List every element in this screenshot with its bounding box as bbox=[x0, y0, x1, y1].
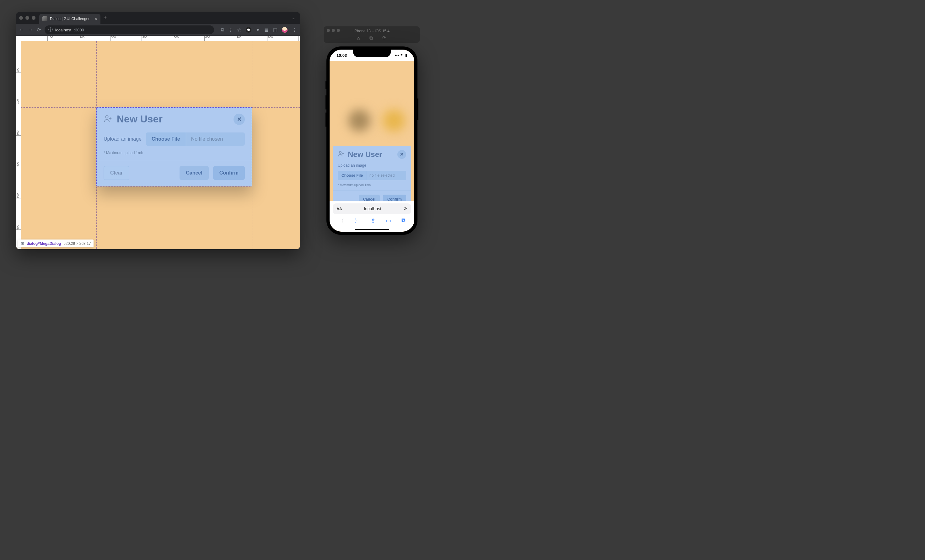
background-blob bbox=[383, 110, 405, 131]
menu-button[interactable]: ⋮ bbox=[292, 27, 297, 33]
phone-power-button bbox=[417, 98, 419, 120]
sim-home-icon[interactable]: ⌂ bbox=[357, 36, 360, 41]
horizontal-ruler: 100 200 300 400 500 600 700 800 900 bbox=[16, 36, 300, 41]
browser-window: Dialog | GUI Challenges × + ⌄ ← → ⟳ ⓘ lo… bbox=[16, 12, 300, 249]
home-indicator[interactable] bbox=[330, 227, 414, 232]
safari-forward-button[interactable]: 〉 bbox=[354, 217, 360, 225]
url-host: localhost bbox=[55, 28, 71, 32]
sim-close-button[interactable] bbox=[327, 29, 330, 32]
wifi-icon: ᯤ bbox=[400, 53, 404, 57]
ruler-tick: 500 bbox=[173, 36, 179, 41]
dialog-title: New User bbox=[117, 113, 163, 125]
upload-label: Upload an image bbox=[104, 136, 142, 142]
page-canvas: New User ✕ Upload an image Choose File N… bbox=[21, 41, 300, 249]
sim-rotate-icon[interactable]: ⟳ bbox=[382, 35, 386, 41]
ruler-tick: 200 bbox=[79, 36, 84, 41]
choose-file-button[interactable]: Choose File bbox=[338, 171, 367, 180]
phone-frame: 10:03 ••• ᯤ ▮ New User bbox=[327, 47, 417, 235]
extension-icon[interactable] bbox=[246, 27, 252, 33]
window-controls bbox=[19, 16, 35, 20]
dialog-body: Upload an image Choose File No file chos… bbox=[97, 129, 252, 161]
ruler-tick: 200 bbox=[16, 99, 21, 104]
ruler-tick: 700 bbox=[236, 36, 241, 41]
favicon-icon bbox=[42, 16, 47, 21]
mega-dialog-mobile: New User ✕ Upload an image Choose File n… bbox=[333, 146, 411, 201]
open-external-icon[interactable]: ⧉ bbox=[221, 27, 224, 33]
svg-point-0 bbox=[105, 116, 108, 118]
profile-avatar-icon[interactable] bbox=[282, 27, 288, 33]
ruler-tick: 300 bbox=[110, 36, 116, 41]
sim-minimize-button[interactable] bbox=[332, 29, 335, 32]
dialog-title: New User bbox=[348, 150, 382, 159]
file-status: no file selected bbox=[367, 171, 406, 180]
dialog-header: New User ✕ bbox=[97, 108, 252, 129]
dialog-body: Upload an image Choose File no file sele… bbox=[333, 161, 411, 191]
window-minimize-button[interactable] bbox=[26, 16, 29, 20]
browser-tab[interactable]: Dialog | GUI Challenges × bbox=[39, 14, 101, 24]
grid-icon: ⊞ bbox=[21, 241, 24, 246]
phone-screen: 10:03 ••• ᯤ ▮ New User bbox=[330, 50, 414, 232]
phone-time: 10:03 bbox=[336, 53, 347, 58]
phone-silence-switch bbox=[325, 81, 327, 89]
window-close-button[interactable] bbox=[19, 16, 23, 20]
add-user-icon bbox=[338, 151, 345, 158]
devtools-selector: dialog#MegaDialog bbox=[27, 241, 61, 246]
devtools-dimensions: 520.29 × 263.17 bbox=[63, 241, 91, 246]
safari-share-button[interactable]: ⇪ bbox=[371, 217, 375, 225]
bookmark-icon[interactable]: ☆ bbox=[237, 27, 241, 33]
dialog-footer: Cancel Confirm bbox=[333, 191, 411, 201]
phone-volume-up bbox=[325, 95, 327, 110]
back-button[interactable]: ← bbox=[19, 27, 24, 33]
close-icon: ✕ bbox=[400, 152, 404, 157]
add-user-icon bbox=[104, 114, 112, 124]
confirm-button[interactable]: Confirm bbox=[383, 195, 406, 201]
safari-tabs-button[interactable]: ⧉ bbox=[401, 217, 405, 225]
file-input[interactable]: Choose File no file selected bbox=[338, 171, 406, 180]
new-tab-button[interactable]: + bbox=[104, 15, 107, 21]
text-size-icon[interactable]: AA bbox=[336, 206, 342, 211]
site-info-icon[interactable]: ⓘ bbox=[48, 27, 53, 33]
safari-host: localhost bbox=[342, 206, 404, 211]
url-path: :3000 bbox=[74, 28, 84, 32]
ruler-tick: 600 bbox=[16, 224, 21, 230]
safari-address-bar[interactable]: AA localhost ⟳ bbox=[333, 203, 411, 214]
simulator-toolbar: iPhone 13 – iOS 15.4 ⌂ ⧉ ⟳ bbox=[324, 26, 420, 43]
window-zoom-button[interactable] bbox=[32, 16, 35, 20]
forward-button[interactable]: → bbox=[28, 27, 33, 33]
dialog-header: New User ✕ bbox=[333, 146, 411, 161]
file-input[interactable]: Choose File No file chosen bbox=[146, 132, 245, 146]
extensions-puzzle-icon[interactable]: ✦ bbox=[256, 27, 260, 33]
ruler-tick: 300 bbox=[16, 130, 21, 135]
ruler-tick: 600 bbox=[204, 36, 210, 41]
choose-file-button[interactable]: Choose File bbox=[146, 132, 186, 146]
safari-back-button[interactable]: 〈 bbox=[338, 217, 344, 225]
dialog-close-button[interactable]: ✕ bbox=[234, 114, 245, 125]
reading-list-icon[interactable]: ≣ bbox=[264, 27, 268, 33]
battery-icon: ▮ bbox=[405, 53, 407, 57]
ruler-tick: 100 bbox=[47, 36, 53, 41]
tab-close-button[interactable]: × bbox=[95, 16, 97, 21]
share-icon[interactable]: ⇪ bbox=[229, 27, 233, 33]
cancel-button[interactable]: Cancel bbox=[179, 166, 208, 180]
sim-screenshot-icon[interactable]: ⧉ bbox=[369, 35, 373, 41]
background-blob bbox=[348, 110, 371, 131]
clear-button[interactable]: Clear bbox=[104, 166, 129, 180]
cancel-button[interactable]: Cancel bbox=[359, 195, 380, 201]
browser-toolbar: ← → ⟳ ⓘ localhost:3000 ⧉ ⇪ ☆ ✦ ≣ ◫ ⋮ bbox=[16, 24, 300, 36]
phone-volume-down bbox=[325, 112, 327, 127]
devtools-element-tag: ⊞ dialog#MegaDialog 520.29 × 263.17 bbox=[18, 239, 93, 247]
reload-icon[interactable]: ⟳ bbox=[404, 206, 407, 211]
dialog-close-button[interactable]: ✕ bbox=[398, 150, 406, 159]
address-bar[interactable]: ⓘ localhost:3000 bbox=[45, 26, 214, 34]
reload-button[interactable]: ⟳ bbox=[37, 27, 41, 33]
safari-bookmarks-button[interactable]: ▭ bbox=[386, 217, 391, 225]
tabs-dropdown-button[interactable]: ⌄ bbox=[290, 14, 297, 22]
ruler-tick: 500 bbox=[16, 193, 21, 199]
ruler-tick: 400 bbox=[16, 161, 21, 167]
side-panel-icon[interactable]: ◫ bbox=[273, 27, 277, 33]
ruler-tick: 800 bbox=[267, 36, 273, 41]
sim-zoom-button[interactable] bbox=[337, 29, 340, 32]
vertical-ruler: 100 200 300 400 500 600 bbox=[16, 36, 21, 249]
safari-bottom-bar: AA localhost ⟳ 〈 〉 ⇪ ▭ ⧉ bbox=[330, 201, 414, 227]
confirm-button[interactable]: Confirm bbox=[213, 166, 245, 180]
